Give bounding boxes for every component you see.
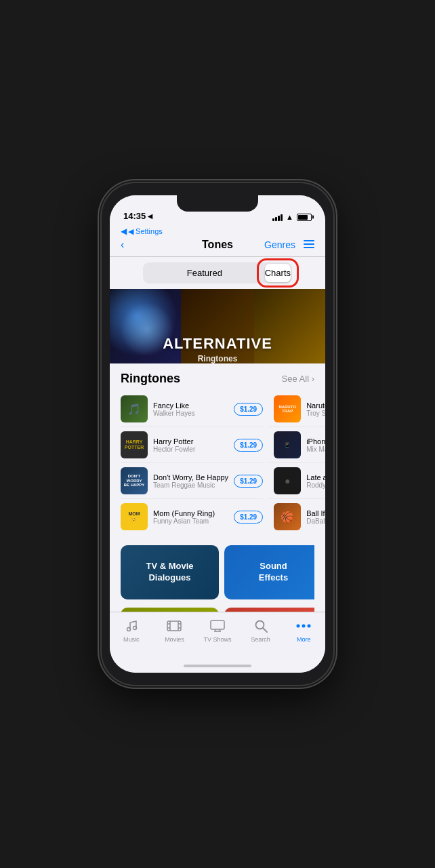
segment-control: Featured Charts	[110, 257, 325, 289]
right-song-item[interactable]: 📱 iPhone Open... Mix Max Remi...	[268, 427, 325, 463]
signal-bars	[272, 214, 283, 221]
song-thumbnail: DON'TWORRYBE HAPPY	[121, 467, 148, 494]
song-item[interactable]: HARRYPOTTER Harry Potter Hector Fowler $…	[121, 427, 263, 463]
price-button[interactable]: $1.29	[234, 403, 263, 416]
tab-music[interactable]: Music	[110, 618, 153, 643]
song-item[interactable]: DON'TWORRYBE HAPPY Don't Worry, Be Happy…	[121, 463, 263, 499]
tab-bar: Music Movies	[110, 612, 325, 659]
home-bar	[184, 665, 251, 667]
svg-rect-0	[304, 240, 314, 241]
genres-button[interactable]: Genres	[264, 239, 295, 250]
phone-frame: 14:35 ◀ ▲ ◀ ◀ Settings	[102, 183, 333, 685]
svg-rect-12	[211, 620, 224, 629]
right-song-column: NARUTOTRAP Naruto (Trap... Troy Simon 📱	[268, 391, 325, 534]
tab-label-movies: Movies	[165, 636, 184, 643]
status-icons: ▲	[272, 213, 312, 221]
charts-tab[interactable]: Charts	[265, 264, 291, 282]
charts-highlight: Charts	[265, 264, 291, 282]
see-all-button[interactable]: See All ›	[282, 374, 314, 384]
song-name: Ball If I Want...	[306, 509, 325, 517]
segment-wrapper: Featured Charts	[143, 262, 292, 283]
back-label: ◀ Settings	[128, 227, 163, 236]
right-song-item[interactable]: 🏀 Ball If I Want... DaBaby	[268, 499, 325, 534]
music-icon	[125, 618, 138, 634]
battery-fill	[298, 215, 308, 220]
category-card-tv[interactable]: TV & Movie Dialogues	[121, 545, 219, 599]
movies-icon	[167, 618, 182, 634]
song-info: Ball If I Want... DaBaby	[306, 509, 325, 525]
decade-row: 1980s Ringtones 1990s Ringtones	[121, 608, 314, 612]
song-item[interactable]: MOM😊 Mom (Funny Ring) Funny Asian Team $…	[121, 499, 263, 534]
song-info: Fancy Like Walker Hayes	[153, 401, 228, 417]
song-thumbnail: NARUTOTRAP	[274, 395, 301, 422]
song-artist: Hector Fowler	[153, 446, 228, 453]
svg-rect-1	[304, 243, 314, 245]
nav-right-actions: Genres	[264, 239, 314, 250]
tab-movies[interactable]: Movies	[153, 618, 196, 643]
main-content: ALTERNATIVE Ringtones Ringtones See All …	[110, 289, 325, 612]
tab-label-search: Search	[251, 636, 270, 643]
signal-bar-1	[272, 218, 274, 221]
price-button[interactable]: $1.29	[234, 475, 263, 488]
notch	[177, 195, 258, 212]
list-view-button[interactable]	[304, 239, 314, 250]
tab-label-more: More	[297, 636, 311, 643]
price-button[interactable]: $1.29	[234, 439, 263, 452]
tab-search[interactable]: Search	[239, 618, 283, 643]
ringtones-section-title: Ringtones	[121, 372, 180, 386]
price-button[interactable]: $1.29	[234, 511, 263, 524]
svg-point-19	[302, 625, 306, 628]
decade-card-1990s[interactable]: 1990s Ringtones	[224, 608, 314, 612]
wifi-icon: ▲	[286, 213, 293, 221]
hero-banner[interactable]: ALTERNATIVE Ringtones	[110, 289, 325, 363]
tab-tvshows[interactable]: TV Shows	[196, 618, 239, 643]
signal-bar-2	[275, 217, 277, 221]
song-name: Late at Night	[306, 473, 325, 481]
svg-point-18	[297, 625, 300, 628]
tvshows-icon	[210, 618, 225, 634]
decade-section: 1980s Ringtones 1990s Ringtones	[110, 608, 325, 612]
location-icon: ◀	[148, 213, 152, 220]
song-artist: DaBaby	[306, 517, 325, 525]
song-name: Naruto (Trap...	[306, 401, 325, 410]
svg-point-3	[127, 628, 130, 631]
status-time: 14:35 ◀	[123, 211, 152, 221]
settings-back-area: ◀ ◀ Settings	[110, 225, 325, 236]
song-thumbnail: HARRYPOTTER	[121, 431, 148, 458]
tab-label-music: Music	[123, 636, 140, 643]
section-header: Ringtones See All ›	[121, 372, 314, 386]
decade-card-1980s[interactable]: 1980s Ringtones	[121, 608, 219, 612]
page-title: Tones	[202, 239, 233, 251]
ringtones-section: Ringtones See All › 🎵 Fancy Like	[110, 363, 325, 537]
settings-back-button[interactable]: ◀ ◀ Settings	[121, 226, 314, 236]
tab-label-tvshows: TV Shows	[203, 636, 231, 643]
hero-subtitle: Ringtones	[110, 354, 325, 363]
song-artist: Team Reggae Music	[153, 481, 228, 489]
category-card-label: TV & Movie Dialogues	[121, 555, 219, 589]
left-song-column: 🎵 Fancy Like Walker Hayes $1.29 HARRY	[121, 391, 263, 534]
category-card-sound[interactable]: SoundEffects	[224, 545, 314, 599]
right-song-item[interactable]: ● Late at Night Roddy Ricch	[268, 463, 325, 499]
song-artist: Mix Max Remi...	[306, 446, 325, 453]
signal-bar-3	[278, 216, 280, 221]
song-list: 🎵 Fancy Like Walker Hayes $1.29 HARRY	[121, 391, 314, 534]
featured-tab[interactable]: Featured	[144, 264, 265, 282]
svg-point-4	[133, 627, 136, 630]
right-song-item[interactable]: NARUTOTRAP Naruto (Trap... Troy Simon	[268, 391, 325, 427]
back-button[interactable]: ‹	[121, 239, 124, 251]
svg-point-16	[255, 621, 264, 629]
more-icon	[296, 618, 311, 634]
nav-bar: ‹ Tones Genres	[110, 236, 325, 257]
song-artist: Roddy Ricch	[306, 481, 325, 489]
back-chevron-icon: ◀	[121, 226, 127, 236]
song-thumbnail: 🎵	[121, 395, 148, 422]
time-display: 14:35	[123, 211, 146, 221]
tab-more[interactable]: More	[282, 618, 325, 643]
svg-rect-5	[167, 621, 181, 631]
song-info: iPhone Open... Mix Max Remi...	[306, 437, 325, 453]
song-thumbnail: MOM😊	[121, 503, 148, 530]
category-card-label: SoundEffects	[253, 555, 293, 589]
song-item[interactable]: 🎵 Fancy Like Walker Hayes $1.29	[121, 391, 263, 427]
song-thumbnail: 🏀	[274, 503, 301, 530]
song-name: iPhone Open...	[306, 437, 325, 446]
